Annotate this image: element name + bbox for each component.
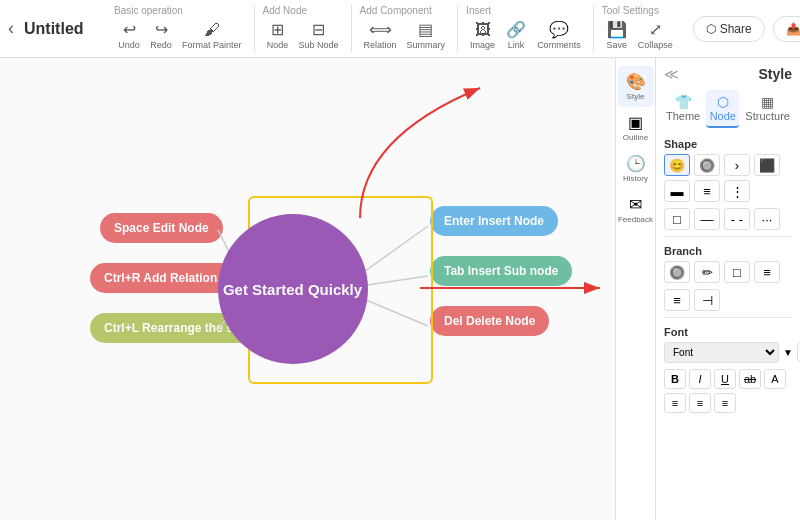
tb-btn-image[interactable]: 🖼Image <box>466 19 499 52</box>
shape-dash[interactable]: — <box>694 208 720 230</box>
link-icon: 🔗 <box>506 20 526 39</box>
tb-label: Image <box>470 40 495 50</box>
shape-dot[interactable]: 🔘 <box>694 154 720 176</box>
tb-btn-comments[interactable]: 💬Comments <box>533 18 585 52</box>
branch-btn-5[interactable]: ≡ <box>664 289 690 311</box>
top-right-actions: ⬡ Share 📤 Export <box>693 16 800 42</box>
branch-btn-2[interactable]: ✏ <box>694 261 720 283</box>
panel-title: Style <box>759 66 792 82</box>
tb-btn-sub-node[interactable]: ⊟Sub Node <box>295 18 343 52</box>
summary-icon: ▤ <box>418 20 433 39</box>
tb-btn-summary[interactable]: ▤Summary <box>403 18 450 52</box>
tab-structure[interactable]: ▦ Structure <box>743 90 792 128</box>
group-label: Add Node <box>263 5 307 16</box>
align-center-button[interactable]: ≡ <box>689 393 711 413</box>
shape-row-2: □ — - - ··· <box>664 208 792 230</box>
font-family-select[interactable]: Font Arial Times New Roman <box>664 342 779 363</box>
side-icon-strip: 🎨 Style ▣ Outline 🕒 History ✉ Feedback <box>616 58 656 520</box>
document-title: Untitled <box>24 20 104 38</box>
shape-dash2[interactable]: - - <box>724 208 750 230</box>
divider-1 <box>664 236 792 237</box>
shape-smiley[interactable]: 😊 <box>664 154 690 176</box>
tab-node[interactable]: ⬡ Node <box>706 90 739 128</box>
comments-icon: 💬 <box>549 20 569 39</box>
shape-lines[interactable]: ≡ <box>694 180 720 202</box>
shape-bar[interactable]: ▬ <box>664 180 690 202</box>
tb-label: Summary <box>407 40 446 50</box>
collapse-panel-icon[interactable]: ≪ <box>664 66 679 82</box>
branch-btn-1[interactable]: 🔘 <box>664 261 690 283</box>
feedback-icon: ✉ <box>629 195 642 214</box>
structure-tab-icon: ▦ <box>745 94 790 110</box>
export-button[interactable]: 📤 Export <box>773 16 800 42</box>
redo-icon: ↪ <box>155 20 168 39</box>
shape-row: 😊 🔘 › ⬛ ▬ ≡ ⋮ <box>664 154 792 202</box>
font-section-title: Font <box>664 326 792 338</box>
tb-label: Relation <box>364 40 397 50</box>
tb-btn-collapse[interactable]: ⤢Collapse <box>634 18 677 52</box>
shape-chevron[interactable]: › <box>724 154 750 176</box>
history-icon: 🕒 <box>626 154 646 173</box>
node-space[interactable]: Space Edit Node <box>100 213 223 243</box>
main-area: Get Started Quickly Space Edit Node Ctrl… <box>0 58 800 520</box>
panel-content: ≪ Style 👕 Theme ⬡ Node ▦ Structure <box>656 58 800 520</box>
tb-label: Undo <box>118 40 140 50</box>
align-right-button[interactable]: ≡ <box>714 393 736 413</box>
branch-btn-6[interactable]: ⊣ <box>694 289 720 311</box>
undo-icon: ↩ <box>123 20 136 39</box>
tb-btn-redo[interactable]: ↪Redo <box>146 18 176 52</box>
canvas[interactable]: Get Started Quickly Space Edit Node Ctrl… <box>0 58 615 520</box>
divider-2 <box>664 317 792 318</box>
align-left-button[interactable]: ≡ <box>664 393 686 413</box>
branch-btn-3[interactable]: □ <box>724 261 750 283</box>
toolbar-group-add-component: Add Component⟺Relation▤Summary <box>360 5 459 52</box>
tb-label: Comments <box>537 40 581 50</box>
underline-button[interactable]: U <box>714 369 736 389</box>
node-enter[interactable]: Enter Insert Node <box>430 206 558 236</box>
italic-button[interactable]: I <box>689 369 711 389</box>
theme-tab-icon: 👕 <box>666 94 700 110</box>
feedback-icon-btn[interactable]: ✉ Feedback <box>618 189 654 230</box>
relation-icon: ⟺ <box>369 20 392 39</box>
node-del[interactable]: Del Delete Node <box>430 306 549 336</box>
font-color-button[interactable]: A <box>764 369 786 389</box>
style-icon: 🎨 <box>626 72 646 91</box>
history-icon-btn[interactable]: 🕒 History <box>618 148 654 189</box>
shape-dot2[interactable]: ··· <box>754 208 780 230</box>
export-icon: 📤 <box>786 22 800 36</box>
share-icon: ⬡ <box>706 22 716 36</box>
tb-btn-link[interactable]: 🔗Link <box>501 18 531 52</box>
tb-label: Redo <box>150 40 172 50</box>
shape-section-title: Shape <box>664 138 792 150</box>
group-label: Insert <box>466 5 491 16</box>
tb-label: Node <box>267 40 289 50</box>
outline-icon-btn[interactable]: ▣ Outline <box>618 107 654 148</box>
panel-tabs: 👕 Theme ⬡ Node ▦ Structure <box>664 90 792 128</box>
back-button[interactable]: ‹ <box>8 18 14 39</box>
branch-row-2: ≡ ⊣ <box>664 289 792 311</box>
style-icon-btn[interactable]: 🎨 Style <box>618 66 654 107</box>
toolbar-group-basic-operation: Basic operation↩Undo↪Redo🖌Format Painter <box>114 5 255 52</box>
shape-grid[interactable]: ⋮ <box>724 180 750 202</box>
shape-rect[interactable]: ⬛ <box>754 154 780 176</box>
tb-btn-save[interactable]: 💾Save <box>602 18 632 52</box>
tb-btn-relation[interactable]: ⟺Relation <box>360 18 401 52</box>
outline-icon: ▣ <box>628 113 643 132</box>
toolbar-group-tool-settings: Tool Settings💾Save⤢Collapse <box>602 5 685 52</box>
font-size-arrow-down: ▼ <box>783 347 793 358</box>
bold-button[interactable]: B <box>664 369 686 389</box>
font-format-row: B I U ab A <box>664 369 792 389</box>
node-tab[interactable]: Tab Insert Sub node <box>430 256 572 286</box>
share-button[interactable]: ⬡ Share <box>693 16 765 42</box>
tb-label: Collapse <box>638 40 673 50</box>
panel-header: ≪ Style <box>664 66 792 82</box>
center-node[interactable]: Get Started Quickly <box>218 214 368 364</box>
branch-btn-4[interactable]: ≡ <box>754 261 780 283</box>
strikethrough-button[interactable]: ab <box>739 369 761 389</box>
tb-btn-node[interactable]: ⊞Node <box>263 18 293 52</box>
shape-rect2[interactable]: □ <box>664 208 690 230</box>
topbar: ‹ Untitled Basic operation↩Undo↪Redo🖌For… <box>0 0 800 58</box>
tb-btn-format-painter[interactable]: 🖌Format Painter <box>178 19 246 52</box>
tb-btn-undo[interactable]: ↩Undo <box>114 18 144 52</box>
tab-theme[interactable]: 👕 Theme <box>664 90 702 128</box>
